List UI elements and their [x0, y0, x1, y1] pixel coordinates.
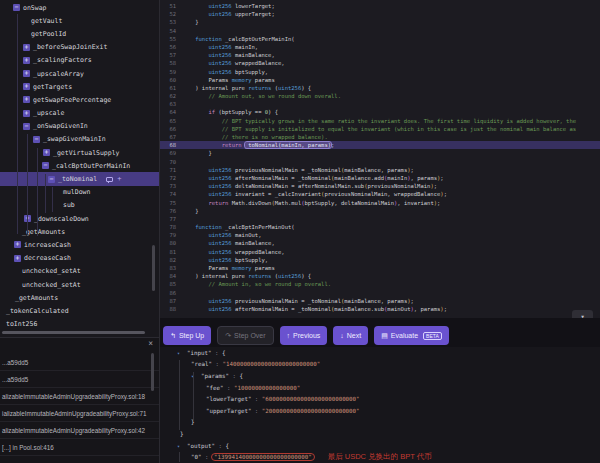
line-number[interactable]: 87: [160, 297, 182, 305]
collapse-icon[interactable]: −: [42, 162, 49, 169]
line-number[interactable]: 86: [160, 289, 182, 297]
tree-item-sub[interactable]: sub: [0, 199, 159, 212]
tree-item-_getAmounts[interactable]: _getAmounts: [0, 291, 159, 304]
next-button[interactable]: ↓Next: [333, 326, 368, 345]
line-number[interactable]: 51: [160, 2, 182, 10]
line-number[interactable]: 58: [160, 59, 182, 67]
line-number[interactable]: 65: [160, 117, 182, 125]
line-number[interactable]: 66: [160, 125, 182, 133]
line-number[interactable]: 71: [160, 166, 182, 174]
next-icon: ↓: [340, 332, 344, 339]
line-number[interactable]: 72: [160, 174, 182, 182]
line-number[interactable]: 76: [160, 207, 182, 215]
line-number[interactable]: 63: [160, 100, 182, 108]
tree-item-decreaseCash[interactable]: +decreaseCash: [0, 252, 159, 265]
line-number[interactable]: 80: [160, 239, 182, 247]
line-number[interactable]: 69: [160, 149, 182, 157]
close-icon[interactable]: ×: [148, 340, 153, 348]
step-over-button[interactable]: ↷Step Over: [217, 326, 273, 345]
line-number[interactable]: 64: [160, 108, 182, 116]
tree-item-unchecked_setAt[interactable]: unchecked_setAt: [0, 278, 159, 291]
line-number[interactable]: 53: [160, 18, 182, 26]
expand-icon[interactable]: +: [14, 241, 21, 248]
line-number[interactable]: 55: [160, 35, 182, 43]
expand-arrow-icon[interactable]: ▾: [177, 443, 187, 449]
line-number[interactable]: 73: [160, 182, 182, 190]
line-number[interactable]: 78: [160, 223, 182, 231]
tree-item-_tokenCalculated[interactable]: _tokenCalculated: [0, 304, 159, 317]
line-number[interactable]: 61: [160, 84, 182, 92]
add-icon[interactable]: +: [117, 175, 121, 183]
expand-icon[interactable]: +: [23, 70, 30, 77]
line-number[interactable]: 57: [160, 51, 182, 59]
expand-icon[interactable]: +: [23, 96, 30, 103]
tree-item-onSwap[interactable]: −onSwap: [0, 1, 159, 14]
tree-item-getPoolId[interactable]: getPoolId: [0, 27, 159, 40]
line-number[interactable]: 83: [160, 264, 182, 272]
tree-item-_onSwapGivenIn[interactable]: −_onSwapGivenIn: [0, 120, 159, 133]
expand-icon[interactable]: +: [23, 110, 30, 117]
collapse-icon[interactable]: −: [48, 176, 55, 183]
frames-vertical-scrollbar[interactable]: [151, 353, 154, 391]
line-number[interactable]: 88: [160, 305, 182, 313]
line-number[interactable]: 84: [160, 272, 182, 280]
step-up-button[interactable]: ↰Step Up: [163, 326, 211, 345]
line-number[interactable]: 70: [160, 158, 182, 166]
expand-icon[interactable]: +: [23, 44, 30, 51]
line-number[interactable]: 59: [160, 68, 182, 76]
line-number[interactable]: 74: [160, 190, 182, 198]
stack-frame[interactable]: alizableImmutableAdminUpgradeabilityProx…: [0, 388, 159, 405]
tree-item-_downscaleDown[interactable]: +_downscaleDown: [0, 212, 159, 225]
tree-item-unchecked_setAt[interactable]: unchecked_setAt: [0, 265, 159, 278]
line-number[interactable]: 62: [160, 92, 182, 100]
stack-frame[interactable]: ...a59dd5: [0, 354, 159, 371]
tree-item-_getVirtualSupply[interactable]: +_getVirtualSupply: [0, 146, 159, 159]
line-number[interactable]: 85: [160, 280, 182, 288]
line-number[interactable]: 81: [160, 248, 182, 256]
tree-item-mulDown[interactable]: mulDown: [0, 186, 159, 199]
tree-item-_calcBptOutPerMainIn[interactable]: −_calcBptOutPerMainIn: [0, 159, 159, 172]
tree-item-_upscaleArray[interactable]: +_upscaleArray: [0, 67, 159, 80]
code-line: 63: [160, 100, 600, 108]
expand-icon[interactable]: +: [43, 149, 50, 156]
line-number[interactable]: 60: [160, 76, 182, 84]
stack-frame[interactable]: ...a59dd5: [0, 371, 159, 388]
tree-item-_getAmounts[interactable]: _getAmounts: [0, 225, 159, 238]
line-number[interactable]: 56: [160, 43, 182, 51]
code-token: uint256: [209, 249, 232, 255]
line-number[interactable]: 68: [160, 141, 182, 149]
line-number[interactable]: 79: [160, 231, 182, 239]
comment-icon[interactable]: [106, 177, 113, 182]
stack-frame[interactable]: [...] in Pool.sol:416: [0, 439, 159, 456]
tree-item-increaseCash[interactable]: +increaseCash: [0, 238, 159, 251]
sidebar-horizontal-scrollbar[interactable]: [2, 331, 145, 334]
line-number[interactable]: 52: [160, 10, 182, 18]
evaluate-button[interactable]: ▤EvaluateBETA: [374, 326, 449, 345]
expand-icon[interactable]: +: [23, 83, 30, 90]
line-number[interactable]: 82: [160, 256, 182, 264]
code-token: , invariant: [397, 200, 433, 206]
stack-frame[interactable]: ializableImmutableAdminUpgradeabilityPro…: [0, 405, 159, 422]
expand-arrow-icon[interactable]: ▾: [177, 350, 187, 356]
stack-frame[interactable]: alizableImmutableAdminUpgradeabilityProx…: [0, 422, 159, 439]
tree-item-_upscale[interactable]: +_upscale: [0, 107, 159, 120]
collapse-icon[interactable]: −: [33, 136, 40, 143]
expand-icon[interactable]: +: [23, 57, 30, 64]
tree-item-_toNominal[interactable]: −_toNominal+: [0, 172, 159, 185]
line-number[interactable]: 54: [160, 27, 182, 35]
tree-item-getVault[interactable]: getVault: [0, 14, 159, 27]
sidebar-vertical-scrollbar[interactable]: [152, 245, 155, 291]
tree-item-getSwapFeePercentage[interactable]: +getSwapFeePercentage: [0, 93, 159, 106]
tree-item-_scalingFactors[interactable]: +_scalingFactors: [0, 54, 159, 67]
line-number[interactable]: 67: [160, 133, 182, 141]
tree-item-getTargets[interactable]: +getTargets: [0, 80, 159, 93]
tree-item-_beforeSwapJoinExit[interactable]: +_beforeSwapJoinExit: [0, 41, 159, 54]
tree-item-toInt256[interactable]: toInt256: [0, 318, 159, 331]
expand-icon[interactable]: +: [14, 255, 21, 262]
previous-button[interactable]: ↑Previous: [280, 326, 328, 345]
tree-item-_swapGivenMainIn[interactable]: −_swapGivenMainIn: [0, 133, 159, 146]
line-number[interactable]: 75: [160, 199, 182, 207]
collapse-icon[interactable]: −: [23, 123, 30, 130]
collapse-icon[interactable]: −: [13, 4, 20, 11]
line-number[interactable]: 77: [160, 215, 182, 223]
